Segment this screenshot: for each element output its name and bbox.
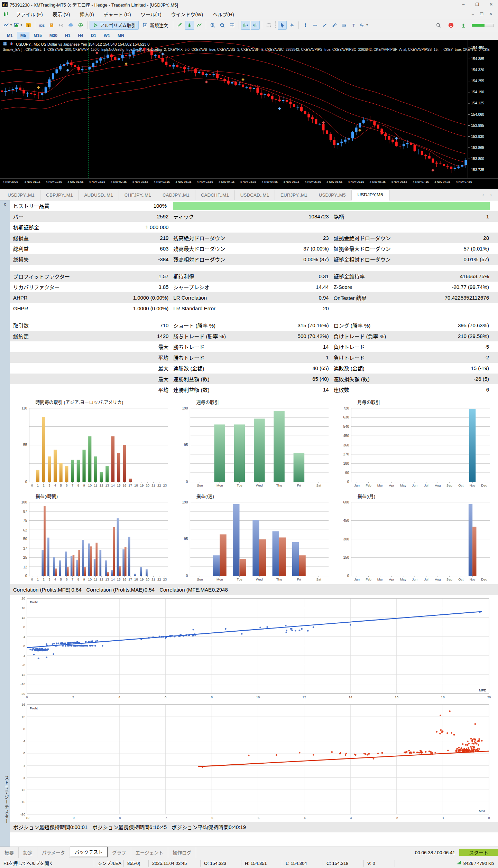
window-title: 75391238 - XMTrading-MT5 3: デモ口座 - Hedge…	[10, 1, 456, 8]
tester-tab-概要[interactable]: 概要	[0, 847, 19, 858]
menu-item-3[interactable]: チャート (C)	[99, 9, 136, 19]
auto-scroll-icon[interactable]	[251, 21, 260, 30]
algo-trading-button[interactable]: アルゴリズム取引	[90, 21, 139, 30]
line-view-icon[interactable]	[195, 21, 204, 30]
tester-tab-パラメータ[interactable]: パラメータ	[37, 847, 70, 858]
progress-bar[interactable]	[471, 21, 494, 30]
mdi-restore-icon[interactable]: ❐	[477, 12, 486, 16]
trendline-icon[interactable]	[320, 21, 329, 30]
timeframe-h1[interactable]: H1	[62, 32, 74, 39]
svg-text:7: 7	[72, 577, 73, 581]
horizontal-line-icon[interactable]	[311, 21, 320, 30]
menu-item-5[interactable]: ウインドウ(W)	[166, 9, 208, 19]
panel-close-icon[interactable]: x	[0, 200, 10, 207]
notification-badge[interactable]: 1	[446, 21, 455, 30]
zoom-in-icon[interactable]	[208, 21, 217, 30]
chevron-down-icon[interactable]: ▼	[20, 23, 23, 27]
stat-label: 勝ちトレード	[170, 354, 204, 361]
minimize-button[interactable]: –	[456, 0, 470, 9]
svg-text:23: 23	[163, 483, 167, 487]
svg-text:21: 21	[151, 577, 155, 581]
maximize-button[interactable]: ❐	[470, 0, 484, 9]
symbol-tab-cadchf-m1[interactable]: CADCHF.,M1	[195, 190, 235, 200]
menu-item-0[interactable]: ファイル (F)	[11, 9, 48, 19]
zoom-out-icon[interactable]	[218, 21, 227, 30]
vertical-line-icon[interactable]	[301, 21, 310, 30]
market-icon[interactable]	[47, 21, 56, 30]
svg-text:-4: -4	[303, 816, 305, 820]
svg-text:7: 7	[72, 483, 73, 487]
svg-text:May: May	[400, 483, 406, 487]
timeframe-d1[interactable]: D1	[87, 32, 100, 39]
new-chart-icon[interactable]: ▼	[13, 21, 23, 30]
tester-tab-操作ログ[interactable]: 操作ログ	[168, 847, 196, 858]
chevron-down-icon[interactable]: ▼	[10, 23, 12, 27]
timeframe-w1[interactable]: W1	[100, 32, 113, 39]
close-button[interactable]: ✕	[484, 0, 498, 9]
tester-tab-エージェント[interactable]: エージェント	[131, 847, 168, 858]
symbol-tab-usdjpy-m5[interactable]: USDJPY.,M5	[313, 190, 352, 200]
menu-item-6[interactable]: ヘルプ(H)	[208, 9, 239, 19]
ea-parameters: Simple_EA [=; CKEYSEL=1; CKEYAVE=200; CK…	[3, 48, 494, 51]
timeframe-mn[interactable]: MN	[114, 32, 128, 39]
symbol-tab-eurjpy-m1[interactable]: EURJPY.,M1	[275, 190, 313, 200]
text-icon[interactable]: T	[349, 21, 358, 30]
history-center-icon[interactable]: $	[24, 21, 33, 30]
channel-icon[interactable]	[330, 21, 339, 30]
tile-windows-icon[interactable]	[228, 21, 237, 30]
svg-text:4: 4	[24, 739, 25, 743]
stat-label: 証拠金絶対ドローダウン	[330, 234, 391, 242]
tab-scroll-arrows[interactable]: ‹ ›	[479, 192, 498, 200]
svg-text:4 Nov 05:15: 4 Nov 05:15	[283, 180, 299, 183]
metaeditor-icon[interactable]: IDE	[37, 21, 46, 30]
symbol-tab-usdjpy-m1[interactable]: USDJPY.,M1	[2, 190, 40, 200]
timeframe-m30[interactable]: M30	[46, 32, 61, 39]
svg-text:11: 11	[94, 577, 97, 581]
cursor-icon[interactable]	[278, 21, 287, 30]
timeframe-m1[interactable]: M1	[3, 32, 16, 39]
timeframe-h4[interactable]: H4	[74, 32, 86, 39]
tester-tab-グラフ[interactable]: グラフ	[108, 847, 131, 858]
search-icon[interactable]	[434, 21, 443, 30]
equidistant-icon[interactable]	[340, 21, 349, 30]
tester-tab-設定[interactable]: 設定	[19, 847, 37, 858]
bars-view-icon[interactable]	[185, 21, 194, 30]
menu-item-4[interactable]: ツール(T)	[136, 9, 166, 19]
symbol-tab-gbpjpy-m1[interactable]: GBPJPY.,M1	[40, 190, 79, 200]
menu-item-1[interactable]: 表示 (V)	[48, 9, 75, 19]
symbol-tab-usdjpy-m5[interactable]: USDJPY,M5	[352, 190, 389, 200]
community-icon[interactable]	[459, 21, 468, 30]
mdi-minimize-icon[interactable]: –	[468, 12, 477, 16]
start-button[interactable]: スタート	[459, 849, 498, 856]
connection-signal-icon	[456, 860, 462, 866]
svg-text:180: 180	[343, 462, 349, 465]
candlestick-canvas[interactable]: 154.450154.385154.320154.255154.190154.1…	[0, 40, 498, 189]
select-rect-icon[interactable]	[264, 21, 273, 30]
chevron-down-icon[interactable]: ▼	[366, 23, 368, 27]
shapes-icon[interactable]: ▼	[359, 21, 369, 30]
strategy-tester-icon[interactable]	[175, 21, 184, 30]
crosshair-icon[interactable]	[287, 21, 296, 30]
timeframe-m15[interactable]: M15	[30, 32, 45, 39]
new-order-button[interactable]: 新規注文	[139, 21, 171, 30]
timeframe-m5[interactable]: M5	[17, 32, 30, 39]
svg-text:4 Nov 01:35: 4 Nov 01:35	[46, 180, 62, 183]
chart-type-icon[interactable]: ▼	[3, 21, 13, 30]
symbol-tab-cadjpy-m1[interactable]: CADJPY.,M1	[157, 190, 195, 200]
symbol-tab-usdcad-m1[interactable]: USDCAD.,M1	[235, 190, 275, 200]
svg-text:37: 37	[23, 547, 27, 550]
stat-label: 残高最大ドローダウン	[170, 245, 225, 252]
menu-item-2[interactable]: 挿入(I)	[75, 9, 99, 19]
tester-tab-バックテスト[interactable]: バックテスト	[70, 847, 108, 857]
signals-icon[interactable]	[57, 21, 66, 30]
vps-icon[interactable]	[76, 21, 85, 30]
cloud-icon[interactable]	[66, 21, 75, 30]
svg-text:MFE: MFE	[479, 688, 486, 692]
mdi-close-icon[interactable]: ✕	[486, 12, 495, 16]
symbol-tab-audusd-m1[interactable]: AUDUSD.,M1	[79, 190, 119, 200]
price-chart[interactable]: USDJPY., M5: US Dollar vs Japanese Yen 1…	[0, 40, 498, 189]
scatter-profits-mfe: 02468101214161820-20-16-12-8-4048121620P…	[12, 596, 493, 700]
stat-label: バー	[10, 213, 24, 220]
chart-shift-icon[interactable]	[241, 21, 250, 30]
symbol-tab-chfjpy-m1[interactable]: CHFJPY.,M1	[119, 190, 157, 200]
